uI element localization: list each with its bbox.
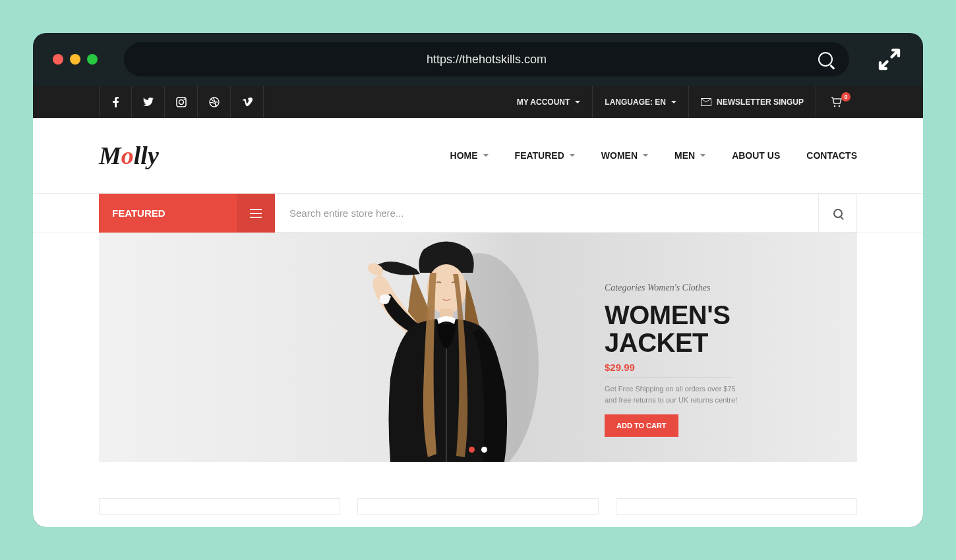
- add-to-cart-button[interactable]: ADD TO CART: [605, 414, 678, 437]
- svg-point-5: [834, 105, 836, 107]
- nav-contacts[interactable]: CONTACTS: [806, 150, 857, 161]
- nav-about[interactable]: ABOUT US: [732, 150, 780, 161]
- search-input[interactable]: [275, 194, 818, 232]
- instagram-icon[interactable]: [165, 86, 198, 118]
- envelope-icon: [701, 98, 711, 106]
- chevron-down-icon: [483, 154, 489, 157]
- close-window-button[interactable]: [53, 54, 63, 65]
- facebook-icon[interactable]: [99, 86, 132, 118]
- topbar-right: MY ACCOUNT LANGUAGE: EN NEWSLETTER SINGU…: [505, 86, 857, 118]
- sidebar-header[interactable]: FEATURED: [99, 194, 275, 233]
- chevron-down-icon: [575, 101, 580, 103]
- newsletter-signup-link[interactable]: NEWSLETTER SINGUP: [688, 86, 816, 118]
- viewport: MY ACCOUNT LANGUAGE: EN NEWSLETTER SINGU…: [33, 86, 923, 527]
- hamburger-icon: [250, 209, 262, 218]
- my-account-label: MY ACCOUNT: [517, 98, 570, 107]
- cart-count-badge: 0: [841, 92, 851, 101]
- slider-dot-2[interactable]: [481, 447, 487, 453]
- chevron-down-icon: [570, 154, 575, 157]
- product-card[interactable]: [357, 498, 599, 515]
- sidebar: FEATURED: [99, 194, 275, 233]
- dribbble-icon[interactable]: [198, 86, 231, 118]
- hero-title: WOMEN'S JACKET: [605, 301, 831, 356]
- slider-dot-1[interactable]: [469, 447, 475, 453]
- browser-chrome: https://thehotskills.com: [33, 33, 923, 86]
- hero-image: [275, 233, 605, 462]
- hero-slider: Categories Women's Clothes WOMEN'S JACKE…: [99, 233, 857, 462]
- language-dropdown[interactable]: LANGUAGE: EN: [592, 86, 688, 118]
- topbar: MY ACCOUNT LANGUAGE: EN NEWSLETTER SINGU…: [33, 86, 923, 118]
- search-bar: [275, 194, 857, 233]
- traffic-lights: [53, 54, 98, 65]
- product-card[interactable]: [616, 498, 857, 515]
- sidebar-menu-toggle[interactable]: [237, 194, 275, 233]
- maximize-window-button[interactable]: [87, 54, 98, 65]
- sidebar-title: FEATURED: [99, 194, 237, 233]
- content-row: FEATURED: [33, 194, 923, 233]
- search-button[interactable]: [818, 194, 856, 232]
- url-bar[interactable]: https://thehotskills.com: [124, 42, 849, 76]
- products-row: [33, 462, 923, 515]
- nav-women[interactable]: WOMEN: [601, 150, 648, 161]
- language-label: LANGUAGE: EN: [605, 98, 666, 107]
- logo[interactable]: Molly: [99, 141, 159, 170]
- vimeo-icon[interactable]: [231, 86, 264, 118]
- url-text: https://thehotskills.com: [427, 53, 547, 67]
- hero-category: Categories Women's Clothes: [605, 283, 831, 293]
- newsletter-label: NEWSLETTER SINGUP: [717, 98, 804, 107]
- hero-price: $29.99: [605, 362, 635, 373]
- fullscreen-icon[interactable]: [876, 45, 903, 73]
- nav-men[interactable]: MEN: [674, 150, 705, 161]
- minimize-window-button[interactable]: [70, 54, 80, 65]
- slider-dots: [469, 447, 487, 453]
- svg-point-1: [179, 99, 183, 104]
- nav-featured[interactable]: FEATURED: [515, 150, 575, 161]
- my-account-dropdown[interactable]: MY ACCOUNT: [505, 86, 593, 118]
- chevron-down-icon: [700, 154, 705, 157]
- chevron-down-icon: [671, 101, 676, 103]
- social-icons: [99, 86, 264, 118]
- model-photo: [314, 233, 565, 462]
- browser-frame: https://thehotskills.com MY ACCOUNT: [33, 33, 923, 527]
- hero-description: Get Free Shipping on all orders over $75…: [605, 383, 750, 405]
- svg-point-6: [839, 105, 841, 107]
- nav-home[interactable]: HOME: [450, 150, 489, 161]
- chevron-down-icon: [643, 154, 648, 157]
- svg-point-2: [183, 98, 185, 99]
- search-icon: [833, 209, 843, 218]
- cart-button[interactable]: 0: [816, 86, 857, 118]
- hero-content: Categories Women's Clothes WOMEN'S JACKE…: [605, 233, 857, 462]
- twitter-icon[interactable]: [132, 86, 165, 118]
- search-icon[interactable]: [818, 52, 833, 67]
- main-nav: HOME FEATURED WOMEN MEN ABOUT US CONTACT…: [450, 150, 857, 161]
- header: Molly HOME FEATURED WOMEN MEN ABOUT US C…: [33, 118, 923, 194]
- product-card[interactable]: [99, 498, 340, 515]
